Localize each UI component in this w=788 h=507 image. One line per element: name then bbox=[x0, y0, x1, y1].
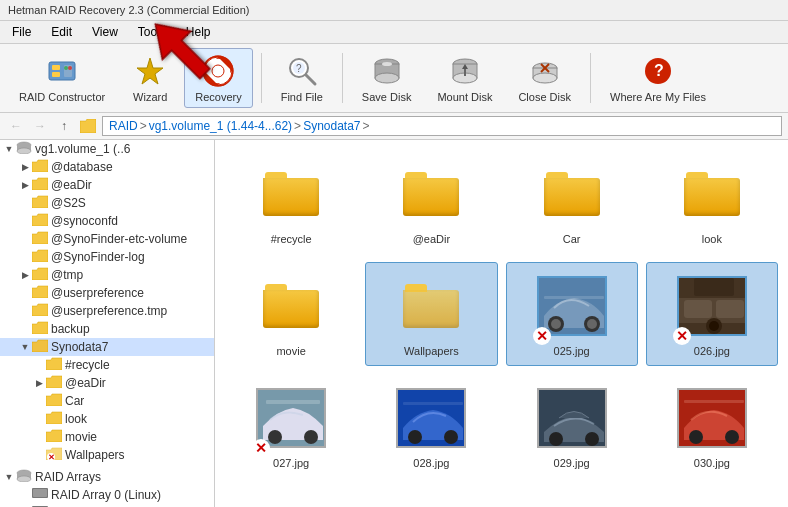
nav-back-button[interactable]: ← bbox=[6, 116, 26, 136]
tree-item-backup[interactable]: backup bbox=[0, 320, 214, 338]
folder-icon-movie-wrap bbox=[256, 271, 326, 341]
file-item-recycle[interactable]: #recycle bbox=[225, 150, 357, 254]
mount-disk-label: Mount Disk bbox=[437, 91, 492, 103]
mount-disk-button[interactable]: Mount Disk bbox=[426, 48, 503, 108]
save-disk-label: Save Disk bbox=[362, 91, 412, 103]
recovery-label: Recovery bbox=[195, 91, 241, 103]
file-item-025[interactable]: ✕ 025.jpg bbox=[506, 262, 638, 366]
raid-constructor-button[interactable]: RAID Constructor bbox=[8, 48, 116, 108]
file-item-028[interactable]: 028.jpg bbox=[365, 374, 497, 478]
mount-disk-icon bbox=[447, 53, 483, 89]
menu-bar: File Edit View Tools Help bbox=[0, 21, 788, 44]
tree-label-userpreftmp: @userpreference.tmp bbox=[51, 304, 167, 318]
main-content: ▼ vg1.volume_1 (..6 ▶ @database ▶ bbox=[0, 140, 788, 507]
tree-item-vg1[interactable]: ▼ vg1.volume_1 (..6 bbox=[0, 140, 214, 158]
file-item-026[interactable]: ✕ 026.jpg bbox=[646, 262, 778, 366]
tree-item-userpreftmp[interactable]: @userpreference.tmp bbox=[0, 302, 214, 320]
folder-icon-userpref bbox=[32, 285, 48, 301]
tree-item-synofinder[interactable]: @SynoFinder-etc-volume bbox=[0, 230, 214, 248]
nav-up-button[interactable]: ↑ bbox=[54, 116, 74, 136]
file-item-027[interactable]: ✕ 027.jpg bbox=[225, 374, 357, 478]
file-label-026: 026.jpg bbox=[694, 345, 730, 357]
save-disk-icon bbox=[369, 53, 405, 89]
svg-point-49 bbox=[587, 319, 597, 329]
tree-item-eadir2[interactable]: ▶ @eaDir bbox=[0, 374, 214, 392]
tree-item-eadir1[interactable]: ▶ @eaDir bbox=[0, 176, 214, 194]
nav-folder-button[interactable] bbox=[78, 116, 98, 136]
svg-rect-61 bbox=[266, 400, 320, 404]
delete-mark-025: ✕ bbox=[533, 327, 551, 345]
svg-point-26 bbox=[533, 73, 557, 83]
folder-icon-eadir2 bbox=[46, 375, 62, 391]
svg-point-63 bbox=[408, 430, 422, 444]
tree-item-raid0[interactable]: RAID Array 0 (Linux) bbox=[0, 486, 214, 504]
tree-label-movie: movie bbox=[65, 430, 97, 444]
tree-item-database[interactable]: ▶ @database bbox=[0, 158, 214, 176]
wizard-button[interactable]: Wizard bbox=[120, 48, 180, 108]
tree-item-synofinder-log[interactable]: @SynoFinder-log bbox=[0, 248, 214, 266]
tree-item-movie[interactable]: movie bbox=[0, 428, 214, 446]
toolbar-sep-2 bbox=[342, 53, 343, 103]
path-raid[interactable]: RAID bbox=[109, 119, 138, 133]
file-item-car[interactable]: Car bbox=[506, 150, 638, 254]
tree-label-backup: backup bbox=[51, 322, 90, 336]
file-item-030[interactable]: 030.jpg bbox=[646, 374, 778, 478]
raid-constructor-label: RAID Constructor bbox=[19, 91, 105, 103]
file-item-029[interactable]: 029.jpg bbox=[506, 374, 638, 478]
where-files-button[interactable]: ? Where Are My Files bbox=[599, 48, 717, 108]
nav-forward-button[interactable]: → bbox=[30, 116, 50, 136]
file-item-wallpapers[interactable]: Wallpapers bbox=[365, 262, 497, 366]
tree-item-car[interactable]: Car bbox=[0, 392, 214, 410]
tree-label-synodata7: Synodata7 bbox=[51, 340, 108, 354]
tree-item-raid-arrays[interactable]: ▼ RAID Arrays bbox=[0, 468, 214, 486]
file-item-eadir[interactable]: @eaDir bbox=[365, 150, 497, 254]
close-disk-button[interactable]: Close Disk bbox=[507, 48, 582, 108]
disk-icon-raid0 bbox=[32, 487, 48, 503]
folder-icon-synoconfd bbox=[32, 213, 48, 229]
svg-point-67 bbox=[549, 432, 563, 446]
svg-rect-54 bbox=[716, 300, 744, 318]
menu-tools[interactable]: Tools bbox=[134, 23, 170, 41]
address-path[interactable]: RAID > vg1.volume_1 (1.44-4...62) > Syno… bbox=[102, 116, 782, 136]
folder-icon-look-wrap bbox=[677, 159, 747, 229]
tree-item-synodata7[interactable]: ▼ Synodata7 bbox=[0, 338, 214, 356]
where-files-icon: ? bbox=[640, 53, 676, 89]
tree-item-wallpapers[interactable]: ✕ Wallpapers bbox=[0, 446, 214, 464]
find-file-icon: ? bbox=[284, 53, 320, 89]
thumb-030-wrap bbox=[677, 383, 747, 453]
tree-item-recycle[interactable]: #recycle bbox=[0, 356, 214, 374]
svg-rect-2 bbox=[52, 72, 60, 77]
svg-rect-50 bbox=[544, 296, 604, 299]
file-item-movie[interactable]: movie bbox=[225, 262, 357, 366]
file-panel: #recycle @eaDir bbox=[215, 140, 788, 507]
menu-edit[interactable]: Edit bbox=[47, 23, 76, 41]
recovery-button[interactable]: Recovery bbox=[184, 48, 252, 108]
folder-icon-wallpapers-wrap bbox=[396, 271, 466, 341]
tree-item-tmp[interactable]: ▶ @tmp bbox=[0, 266, 214, 284]
menu-help[interactable]: Help bbox=[182, 23, 215, 41]
thumb-027-wrap: ✕ bbox=[256, 383, 326, 453]
svg-point-5 bbox=[68, 66, 72, 70]
file-label-029: 029.jpg bbox=[554, 457, 590, 469]
svg-point-38 bbox=[17, 476, 31, 482]
svg-point-70 bbox=[689, 430, 703, 444]
svg-rect-72 bbox=[684, 400, 744, 403]
menu-file[interactable]: File bbox=[8, 23, 35, 41]
file-label-028: 028.jpg bbox=[413, 457, 449, 469]
window-title: Hetman RAID Recovery 2.3 (Commercial Edi… bbox=[8, 4, 249, 16]
folder-icon-movie bbox=[46, 429, 62, 445]
find-file-button[interactable]: ? Find File bbox=[270, 48, 334, 108]
tree-label-car: Car bbox=[65, 394, 84, 408]
menu-view[interactable]: View bbox=[88, 23, 122, 41]
tree-item-synoconfd[interactable]: @synoconfd bbox=[0, 212, 214, 230]
toolbar-sep-1 bbox=[261, 53, 262, 103]
file-item-look[interactable]: look bbox=[646, 150, 778, 254]
tree-item-s2s[interactable]: @S2S bbox=[0, 194, 214, 212]
path-volume[interactable]: vg1.volume_1 (1.44-4...62) bbox=[149, 119, 292, 133]
folder-icon-database bbox=[32, 159, 48, 175]
save-disk-button[interactable]: Save Disk bbox=[351, 48, 423, 108]
tree-item-userpref[interactable]: @userpreference bbox=[0, 284, 214, 302]
svg-point-64 bbox=[444, 430, 458, 444]
path-synodata[interactable]: Synodata7 bbox=[303, 119, 360, 133]
tree-item-look[interactable]: look bbox=[0, 410, 214, 428]
